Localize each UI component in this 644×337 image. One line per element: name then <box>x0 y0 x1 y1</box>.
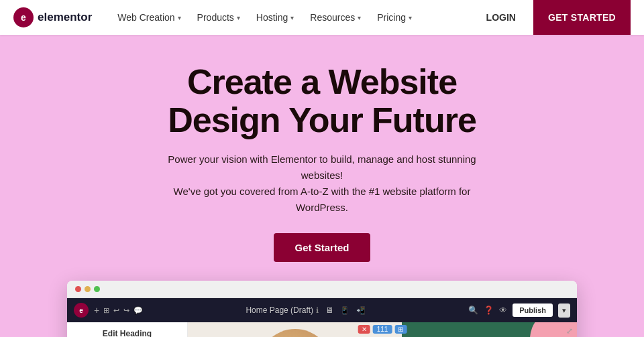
logo-symbol: e <box>21 12 26 23</box>
get-started-button[interactable]: GET STARTED <box>533 0 631 35</box>
publish-button[interactable]: Publish <box>513 304 553 317</box>
chevron-down-icon: ▾ <box>237 14 240 21</box>
expand-icon[interactable]: ⤢ <box>566 326 573 336</box>
preview-icon[interactable]: 👁 <box>499 306 507 315</box>
search-icon[interactable]: 🔍 <box>468 306 478 315</box>
editor-page-title-area: Home Page (Draft) ℹ 🖥 📱 📲 <box>148 306 463 315</box>
mobile-icon[interactable]: 📲 <box>356 306 366 315</box>
navbar: e elementor Web Creation ▾ Products ▾ Ho… <box>0 0 644 35</box>
login-button[interactable]: LOGIN <box>480 8 523 27</box>
logo-icon: e <box>13 7 34 27</box>
browser-minimize-dot <box>85 286 91 292</box>
tablet-icon[interactable]: 📱 <box>340 306 350 315</box>
nav-items: Web Creation ▾ Products ▾ Hosting ▾ Reso… <box>111 8 479 27</box>
nav-right: LOGIN GET STARTED <box>480 0 631 35</box>
elementor-logo-icon: e <box>74 303 89 318</box>
chevron-down-icon: ▾ <box>409 14 412 21</box>
logo[interactable]: e elementor <box>13 7 92 27</box>
browser-close-dot <box>75 286 81 292</box>
browser-mockup: e + ⊞ ↩ ↪ 💬 Home Page (Draft) ℹ 🖥 📱 📲 🔍 <box>67 281 577 337</box>
publish-dropdown-arrow[interactable]: ▾ <box>558 304 570 318</box>
editor-right-actions: 🔍 ❓ 👁 <box>468 306 507 315</box>
grid-icon[interactable]: ⊞ <box>103 306 109 315</box>
nav-item-web-creation[interactable]: Web Creation ▾ <box>111 8 187 27</box>
cocktail-illustration <box>258 329 332 337</box>
cocktail-image <box>258 329 332 337</box>
hero-subtitle: Power your vision with Elementor to buil… <box>154 151 490 216</box>
browser-maximize-dot <box>94 286 100 292</box>
element-anchor-badge[interactable]: ⊞ <box>394 325 407 334</box>
redo-icon[interactable]: ↪ <box>123 306 129 315</box>
logo-text: elementor <box>38 11 92 24</box>
add-icon[interactable]: + <box>94 305 99 316</box>
editor-toolbar: e + ⊞ ↩ ↪ 💬 Home Page (Draft) ℹ 🖥 📱 📲 🔍 <box>67 298 577 322</box>
chevron-down-icon: ▾ <box>290 14 294 21</box>
chevron-down-icon: ▾ <box>358 14 361 21</box>
nav-item-pricing[interactable]: Pricing ▾ <box>370 8 419 27</box>
editor-toolbar-icons: + ⊞ ↩ ↪ 💬 <box>94 305 143 316</box>
editor-content-area: Edit Heading Content Style Advanced ▾ Ti… <box>67 322 577 337</box>
nav-item-products[interactable]: Products ▾ <box>191 8 247 27</box>
sidebar-panel-title: Edit Heading <box>74 329 180 337</box>
hero-section: Create a Website Design Your Future Powe… <box>0 35 644 337</box>
page-title-display: Home Page (Draft) ℹ <box>246 306 319 315</box>
nav-item-resources[interactable]: Resources ▾ <box>303 8 368 27</box>
desktop-icon[interactable]: 🖥 <box>325 306 333 315</box>
canvas-right-panel: SPRING <box>402 322 577 337</box>
editor-canvas: ⟨ ✕ 111 ⊞ SPRING ⤢ <box>188 322 577 337</box>
editor-sidebar: Edit Heading Content Style Advanced ▾ Ti… <box>67 322 188 337</box>
hero-cta-button[interactable]: Get Started <box>274 233 371 262</box>
hero-title: Create a Website Design Your Future <box>13 63 631 139</box>
chevron-down-icon: ▾ <box>178 14 181 21</box>
undo-icon[interactable]: ↩ <box>113 306 119 315</box>
nav-item-hosting[interactable]: Hosting ▾ <box>250 8 301 27</box>
close-badge[interactable]: ✕ <box>358 325 370 334</box>
element-id-badge: 111 <box>373 325 392 334</box>
browser-chrome <box>67 281 577 298</box>
help-icon[interactable]: ❓ <box>484 306 494 315</box>
page-info-icon: ℹ <box>316 306 319 315</box>
chat-icon[interactable]: 💬 <box>133 306 143 315</box>
